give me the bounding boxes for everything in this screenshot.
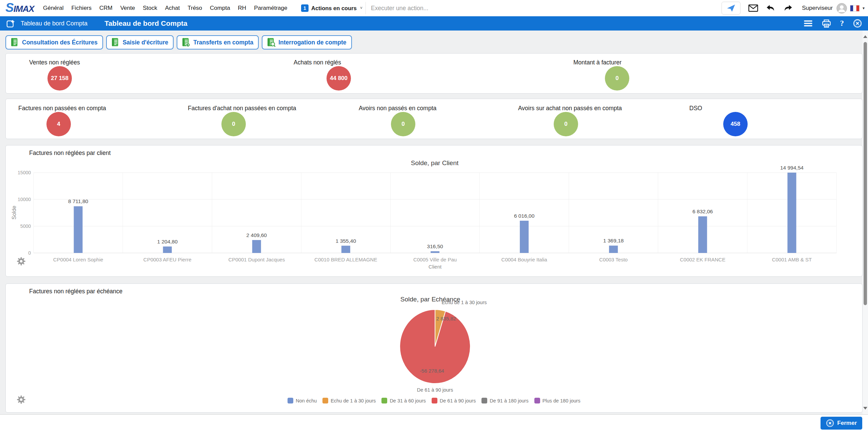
- footer-bar: Fermer: [0, 414, 868, 434]
- menu-treso[interactable]: Tréso: [188, 5, 202, 12]
- chevron-down-icon: ˅: [360, 6, 362, 11]
- legend-swatch: [288, 398, 293, 403]
- page-title: Tableau de bord Compta: [104, 19, 188, 27]
- menu-compta[interactable]: Compta: [210, 5, 230, 12]
- svg-text:15000: 15000: [18, 170, 31, 175]
- svg-text:10000: 10000: [18, 197, 31, 202]
- menu-hamburger-icon[interactable]: [804, 20, 813, 27]
- svg-text:316,50: 316,50: [427, 243, 443, 249]
- app-logo[interactable]: SIMAX: [5, 1, 34, 15]
- svg-text:Solde: Solde: [11, 205, 17, 219]
- header-divider: [366, 2, 366, 14]
- avatar[interactable]: [836, 3, 847, 14]
- action-input[interactable]: [371, 0, 693, 16]
- svg-text:C0004 Bouyrie Italia: C0004 Bouyrie Italia: [501, 257, 548, 262]
- send-button[interactable]: [722, 2, 741, 15]
- svg-text:14 994,54: 14 994,54: [780, 165, 804, 171]
- top-menubar: SIMAX GénéralFichiersCRMVenteStockAchatT…: [0, 0, 868, 16]
- kpi-circle-dso[interactable]: 458: [723, 112, 748, 136]
- actions-label: Actions en cours: [311, 5, 357, 12]
- legend-item-de-91-a-180-jours[interactable]: De 91 à 180 jours: [481, 398, 528, 403]
- svg-text:0: 0: [28, 250, 31, 256]
- bar-c0010-bred-allemagne[interactable]: [341, 246, 350, 253]
- transferts-en-compta-button[interactable]: Transferts en compta: [177, 35, 259, 50]
- close-tab-icon[interactable]: [853, 19, 862, 28]
- bar-c0005-ville-de-pau[interactable]: [431, 251, 439, 253]
- legend-item-echu-de-1-a-30-jours[interactable]: Echu de 1 à 30 jours: [322, 398, 376, 403]
- legend-item-de-61-a-90-jours[interactable]: De 61 à 90 jours: [432, 398, 476, 403]
- legend-item-non-echu[interactable]: Non échu: [288, 398, 317, 403]
- kpi-circle-factures-d-achat-non-passees-en-compta[interactable]: 0: [221, 112, 246, 136]
- menu-rh[interactable]: RH: [238, 5, 246, 12]
- kpi-circle-avoirs-sur-achat-non-passes-en-compta[interactable]: 0: [554, 112, 578, 136]
- scroll-up-arrow[interactable]: [863, 35, 867, 38]
- legend-swatch: [432, 398, 437, 403]
- svg-text:-56 278,64: -56 278,64: [420, 368, 444, 374]
- kpi-circle-avoirs-non-passes-en-compta[interactable]: 0: [391, 112, 415, 136]
- bar-cp0001-dupont-jacques[interactable]: [252, 240, 261, 253]
- bar-cp0003-afeu-pierre[interactable]: [163, 246, 172, 253]
- kpi-label-factures-d-achat-non-passees-en-compta: Factures d'achat non passées en compta: [188, 105, 296, 112]
- actions-dropdown[interactable]: 1 Actions en cours ˅: [301, 0, 362, 16]
- bar-c0003-testo[interactable]: [609, 245, 618, 253]
- print-icon[interactable]: [822, 19, 831, 28]
- flag-caret-icon[interactable]: ▾: [863, 6, 865, 11]
- menu-fichiers[interactable]: Fichiers: [71, 5, 92, 12]
- settings-gear-icon[interactable]: [17, 395, 26, 404]
- menu-vente[interactable]: Vente: [120, 5, 135, 12]
- svg-text:Solde, par Client: Solde, par Client: [411, 159, 459, 166]
- menu-crm[interactable]: CRM: [99, 5, 113, 12]
- app-window: SIMAX GénéralFichiersCRMVenteStockAchatT…: [0, 0, 868, 434]
- kpi-label-montant-a-facturer: Montant à facturer: [573, 59, 622, 66]
- header-right-cluster: Superviseur ▾: [722, 0, 865, 16]
- menu-stock[interactable]: Stock: [143, 5, 157, 12]
- menu-general[interactable]: Général: [43, 5, 63, 12]
- undo-icon[interactable]: [766, 3, 775, 13]
- document-lines-icon: [11, 38, 19, 47]
- kpi-circle-achats-non-regles[interactable]: 44 800: [327, 66, 351, 91]
- kpi-circle-factures-non-passees-en-compta[interactable]: 4: [46, 112, 71, 136]
- bar-c0004-bouyrie-italia[interactable]: [520, 221, 529, 253]
- menu-parametrage[interactable]: Paramétrage: [254, 5, 287, 12]
- consultation-des-ecritures-button[interactable]: Consultation des Écritures: [5, 35, 103, 50]
- open-tab-icon[interactable]: [6, 19, 15, 28]
- mail-icon[interactable]: [748, 4, 758, 12]
- svg-text:CP0003 AFEU Pierre: CP0003 AFEU Pierre: [143, 257, 192, 262]
- kpi-circle-montant-a-facturer[interactable]: 0: [605, 66, 629, 91]
- svg-text:8 711,80: 8 711,80: [68, 198, 88, 204]
- user-name[interactable]: Superviseur: [802, 5, 833, 12]
- legend-swatch: [534, 398, 540, 403]
- scroll-down-arrow[interactable]: [863, 407, 867, 410]
- document-transfer-icon: [182, 38, 190, 47]
- legend-item-plus-de-180-jours[interactable]: Plus de 180 jours: [534, 398, 580, 403]
- scroll-thumb[interactable]: [864, 42, 867, 305]
- actions-count-badge: 1: [301, 4, 309, 12]
- saisie-d-ecriture-button[interactable]: Saisie d'écriture: [106, 35, 174, 50]
- bar-chart: Solde, par Client0500010000150008 711,80…: [6, 145, 863, 277]
- help-icon[interactable]: ?: [840, 19, 844, 28]
- svg-text:6 016,00: 6 016,00: [514, 213, 535, 219]
- interrogation-de-compte-button[interactable]: Interrogation de compte: [262, 35, 352, 50]
- kpi-label-avoirs-sur-achat-non-passes-en-compta: Avoirs sur achat non passés en compta: [518, 105, 622, 112]
- quick-actions-toolbar: Consultation des ÉcrituresSaisie d'écrit…: [5, 35, 352, 50]
- bar-cp0004-loren-sophie[interactable]: [74, 206, 83, 253]
- legend-item-de-31-a-60-jours[interactable]: De 31 à 60 jours: [381, 398, 426, 403]
- language-flag-icon[interactable]: [850, 5, 860, 12]
- main-menu: GénéralFichiersCRMVenteStockAchatTrésoCo…: [43, 0, 287, 16]
- bar-c0002-ek-france[interactable]: [698, 216, 707, 253]
- vertical-scrollbar[interactable]: [863, 31, 868, 414]
- pie-chart: Solde, par Echéance2 835,82Echu de 1 à 3…: [6, 284, 863, 413]
- settings-gear-icon[interactable]: [17, 257, 26, 266]
- legend-swatch: [381, 398, 387, 403]
- kpi-card-row1: Ventes non réglées27 158Achats non réglé…: [5, 53, 863, 94]
- close-button[interactable]: Fermer: [821, 417, 862, 430]
- redo-icon[interactable]: [783, 3, 793, 13]
- svg-text:Client: Client: [429, 264, 442, 270]
- menu-achat[interactable]: Achat: [165, 5, 180, 12]
- dashboard-content: Consultation des ÉcrituresSaisie d'écrit…: [0, 31, 868, 414]
- tab-title[interactable]: Tableau de bord Compta: [21, 20, 87, 27]
- bar-c0001-amb-st[interactable]: [787, 173, 796, 253]
- kpi-circle-ventes-non-reglees[interactable]: 27 158: [47, 66, 72, 91]
- svg-text:C0003 Testo: C0003 Testo: [599, 257, 628, 262]
- svg-text:2 409,60: 2 409,60: [246, 232, 267, 238]
